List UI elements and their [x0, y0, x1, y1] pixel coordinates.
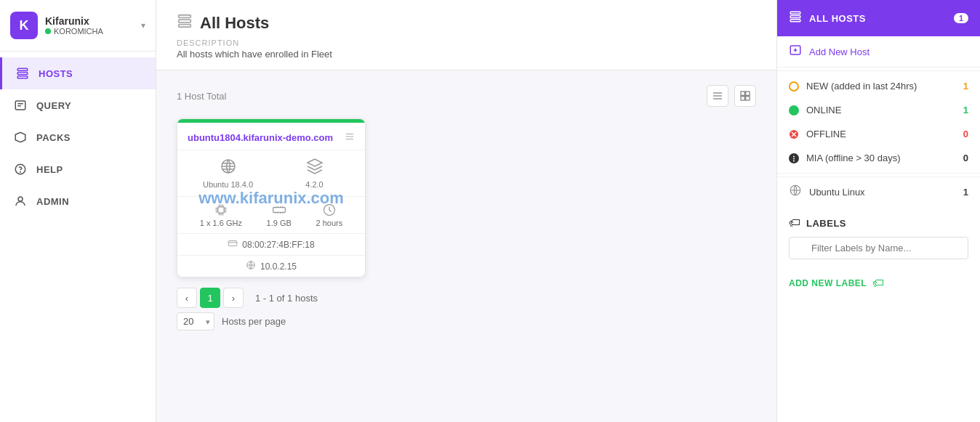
host-mac-row: 08:00:27:4B:FF:18 [177, 234, 365, 256]
page-title-row: All Hosts [177, 13, 756, 33]
host-hardware: 1 x 1.6 GHz 1.9 GB 2 hours [177, 197, 365, 234]
os-section-label: Ubuntu Linux [809, 187, 956, 198]
add-label-row: ADD NEW LABEL 🏷 [777, 267, 980, 297]
per-page-label: Hosts per page [222, 316, 286, 327]
labels-search-wrapper [789, 237, 968, 259]
page-title: All Hosts [200, 14, 269, 33]
mia-status-dot [789, 153, 799, 163]
sidebar-chevron-icon[interactable]: ▾ [141, 20, 145, 31]
uptime-label: 2 hours [316, 219, 342, 227]
new-status-count: 1 [963, 81, 968, 92]
host-card: ubuntu1804.kifarunix-demo.com Ubuntu 18.… [177, 118, 366, 277]
online-indicator [45, 28, 51, 34]
divider-1 [777, 70, 980, 71]
svg-point-39 [793, 158, 795, 159]
host-card-wrapper: ubuntu1804.kifarunix-demo.com Ubuntu 18.… [177, 118, 366, 277]
sidebar-item-label-packs: PACKS [36, 132, 71, 143]
pagination: ‹ 1 › [177, 288, 244, 308]
all-hosts-panel-title: ALL HOSTS [809, 13, 866, 24]
svg-rect-18 [746, 97, 750, 100]
uptime-info: 2 hours [316, 203, 342, 227]
page-1-button[interactable]: 1 [200, 288, 220, 308]
svg-rect-15 [741, 92, 744, 95]
svg-point-7 [20, 171, 21, 172]
per-page-select[interactable]: 20 50 100 [177, 312, 214, 330]
username: KOROMICHA [54, 27, 103, 36]
divider-2 [777, 173, 980, 174]
os-row[interactable]: Ubuntu Linux 1 [777, 176, 980, 206]
labels-title-row: 🏷 LABELS [789, 216, 968, 230]
sidebar-item-help[interactable]: HELP [0, 153, 156, 185]
cpu-info: 1 x 1.6 GHz [200, 203, 242, 227]
svg-rect-23 [218, 207, 224, 213]
status-row-mia[interactable]: MIA (offline > 30 days) 0 [777, 146, 980, 170]
svg-point-38 [793, 155, 795, 157]
user-status: KOROMICHA [45, 27, 103, 36]
all-hosts-count-badge: 1 [954, 13, 968, 23]
ip-address: 10.0.2.15 [260, 261, 297, 272]
add-new-host-link[interactable]: Add New Host [809, 46, 869, 57]
svg-point-8 [18, 197, 23, 201]
sidebar-item-hosts[interactable]: HOSTS [0, 57, 156, 89]
brand-name: Kifarunix [45, 15, 103, 27]
per-page-area: 20 50 100 Hosts per page [177, 312, 756, 330]
cpu-icon [200, 203, 242, 219]
osquery-icon [306, 158, 324, 179]
host-card-menu-icon[interactable] [345, 131, 355, 144]
mac-address: 08:00:27:4B:FF:18 [242, 240, 314, 250]
sidebar-user-info: Kifarunix KOROMICHA [45, 15, 103, 36]
sidebar-item-query[interactable]: QUERY [0, 89, 156, 121]
host-specs: Ubuntu 18.4.0 4.2.0 [177, 150, 365, 197]
new-status-label: NEW (added in last 24hrs) [806, 81, 956, 92]
prev-page-button[interactable]: ‹ [177, 288, 197, 308]
query-icon [13, 98, 28, 113]
status-row-online[interactable]: ONLINE 1 [777, 98, 980, 122]
cpu-label: 1 x 1.6 GHz [200, 219, 242, 227]
all-hosts-panel-header[interactable]: ALL HOSTS 1 [777, 0, 980, 36]
sidebar-item-label-hosts: HOSTS [39, 68, 73, 79]
labels-search-input[interactable] [789, 237, 968, 259]
svg-rect-17 [741, 97, 744, 100]
list-view-button[interactable] [707, 85, 728, 107]
status-row-offline[interactable]: OFFLINE 0 [777, 122, 980, 146]
hosts-grid: ubuntu1804.kifarunix-demo.com Ubuntu 18.… [177, 118, 756, 277]
osquery-spec: 4.2.0 [274, 158, 355, 189]
svg-rect-9 [179, 15, 191, 18]
new-status-dot [789, 81, 799, 92]
sidebar-item-admin[interactable]: ADMIN [0, 185, 156, 217]
description-text: All hosts which have enrolled in Fleet [177, 49, 756, 60]
pagination-area: ‹ 1 › 1 - 1 of 1 hosts [177, 277, 756, 308]
sidebar-nav: HOSTS QUERY PACKS HELP A [0, 52, 156, 422]
svg-rect-10 [179, 20, 191, 23]
svg-rect-11 [179, 25, 191, 28]
sidebar-item-packs[interactable]: PACKS [0, 121, 156, 153]
next-page-button[interactable]: › [223, 288, 244, 308]
admin-icon [13, 194, 28, 208]
uptime-icon [316, 203, 342, 219]
host-card-title-row: ubuntu1804.kifarunix-demo.com [177, 123, 365, 150]
sidebar-header: K Kifarunix KOROMICHA ▾ [0, 0, 156, 52]
sidebar-item-label-help: HELP [36, 164, 63, 175]
status-rows: NEW (added in last 24hrs) 1 ONLINE 1 OFF… [777, 74, 980, 170]
page-info: 1 - 1 of 1 hosts [255, 293, 318, 304]
mac-icon [228, 238, 238, 251]
add-new-label-button[interactable]: ADD NEW LABEL [789, 278, 867, 288]
os-section-count: 1 [963, 187, 968, 198]
right-panel: ALL HOSTS 1 Add New Host NEW (added in l… [776, 0, 980, 422]
os-spec: Ubuntu 18.4.0 [188, 158, 268, 189]
per-page-wrapper: 20 50 100 [177, 312, 214, 330]
labels-title: LABELS [806, 218, 846, 229]
help-icon [13, 162, 28, 176]
status-row-new[interactable]: NEW (added in last 24hrs) 1 [777, 74, 980, 98]
grid-view-button[interactable] [734, 85, 756, 107]
sidebar: K Kifarunix KOROMICHA ▾ HOSTS QUERY [0, 0, 156, 422]
os-icon [220, 158, 237, 179]
svg-rect-29 [790, 16, 800, 18]
svg-rect-30 [790, 20, 800, 22]
sidebar-item-label-admin: ADMIN [36, 196, 69, 207]
os-label: Ubuntu 18.4.0 [203, 180, 253, 189]
view-toggle [707, 85, 756, 107]
svg-rect-2 [17, 76, 28, 78]
ram-label: 1.9 GB [267, 219, 292, 227]
host-name-link[interactable]: ubuntu1804.kifarunix-demo.com [188, 132, 333, 143]
